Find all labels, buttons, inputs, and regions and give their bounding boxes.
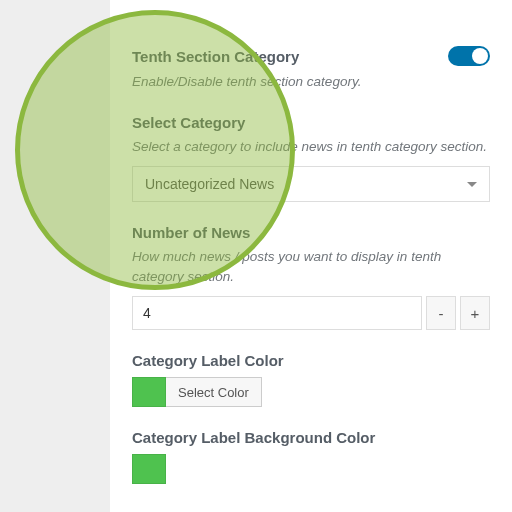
increment-button[interactable]: +: [460, 296, 490, 330]
category-select[interactable]: Uncategorized News: [132, 166, 490, 202]
field-label-color: Category Label Color Select Color: [132, 352, 490, 407]
field-title: Category Label Color: [132, 352, 490, 369]
settings-panel: Tenth Section Category Enable/Disable te…: [110, 0, 512, 512]
field-label-bg-color: Category Label Background Color: [132, 429, 490, 484]
field-desc: How much news / posts you want to displa…: [132, 247, 490, 286]
chevron-down-icon: [467, 182, 477, 187]
field-title: Category Label Background Color: [132, 429, 490, 446]
color-swatch[interactable]: [132, 377, 166, 407]
color-swatch[interactable]: [132, 454, 166, 484]
select-color-button[interactable]: Select Color: [166, 377, 262, 407]
number-of-news-input[interactable]: [132, 296, 422, 330]
field-desc: Select a category to include news in ten…: [132, 137, 490, 157]
decrement-button[interactable]: -: [426, 296, 456, 330]
field-tenth-section-category: Tenth Section Category Enable/Disable te…: [132, 46, 490, 92]
field-title: Tenth Section Category: [132, 48, 299, 65]
field-select-category: Select Category Select a category to inc…: [132, 114, 490, 203]
toggle-knob: [472, 48, 488, 64]
field-title: Number of News: [132, 224, 490, 241]
field-title: Select Category: [132, 114, 490, 131]
toggle-tenth-section[interactable]: [448, 46, 490, 66]
field-number-of-news: Number of News How much news / posts you…: [132, 224, 490, 330]
select-value: Uncategorized News: [145, 176, 274, 192]
field-desc: Enable/Disable tenth section category.: [132, 72, 490, 92]
